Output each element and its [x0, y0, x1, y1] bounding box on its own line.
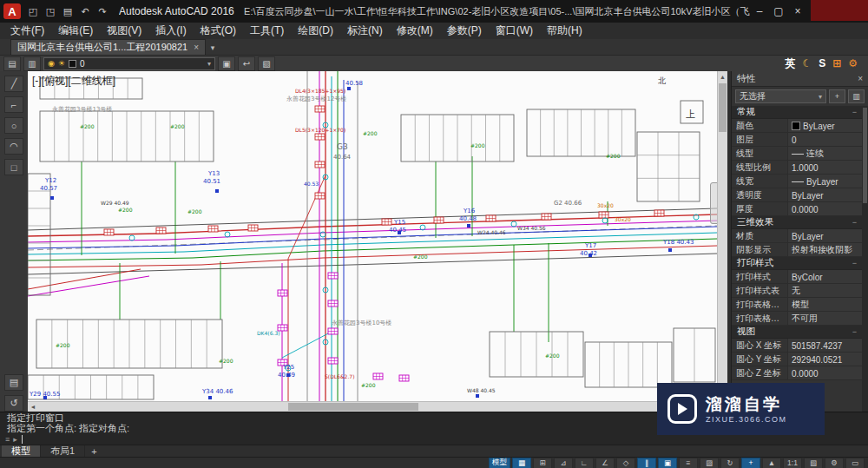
model-space-button[interactable]: 模型 [489, 458, 510, 468]
menu-item-11[interactable]: 窗口(W) [489, 23, 540, 39]
menu-item-9[interactable]: 修改(M) [390, 23, 440, 39]
minimize-button[interactable]: – [750, 3, 769, 20]
restore-button[interactable]: ▢ [769, 3, 788, 20]
property-section-header-2[interactable]: 三维效果− [732, 216, 862, 229]
model-tab[interactable]: 模型 [2, 445, 41, 457]
property-row[interactable]: 线宽ByLayer [732, 175, 862, 188]
ime-sogou-icon[interactable]: S [819, 57, 825, 69]
ime-toolbox-icon[interactable]: ⚙ [848, 57, 858, 69]
object-snap-icon[interactable]: ▣ [658, 458, 677, 468]
property-row[interactable]: 图层0 [732, 133, 862, 147]
scroll-up-icon[interactable]: ▲ [718, 71, 727, 82]
navigation-bar[interactable] [710, 182, 717, 224]
tab-close-icon[interactable]: × [194, 43, 199, 52]
clean-screen-icon[interactable]: ▭ [845, 458, 865, 468]
dynamic-input-icon[interactable]: + [741, 458, 760, 468]
property-row[interactable]: 颜色ByLayer [732, 119, 862, 133]
open-file-icon[interactable]: ◰ [25, 3, 41, 19]
polar-tracking-icon[interactable]: ∠ [595, 458, 615, 468]
ime-language-icon[interactable]: 英 [785, 56, 795, 71]
menu-item-3[interactable]: 视图(V) [100, 23, 148, 39]
menu-item-7[interactable]: 绘图(D) [291, 23, 340, 39]
property-section-header-4[interactable]: 视图− [732, 326, 862, 339]
layer-properties-manager-icon[interactable]: ▤ [3, 56, 21, 71]
layer-dropdown-arrow-icon[interactable]: ▾ [207, 60, 211, 68]
ortho-mode-icon[interactable]: ∟ [575, 458, 594, 468]
polyline-tool-icon[interactable]: ⌐ [4, 96, 23, 113]
toggle-pickadd-icon[interactable]: + [829, 89, 845, 103]
section-collapse-icon[interactable]: − [852, 218, 857, 227]
layer-isolate-icon[interactable]: ▧ [258, 56, 275, 71]
property-row[interactable]: 打印样式表无 [732, 284, 862, 298]
property-row[interactable]: 圆心 X 坐标501587.4237 [732, 339, 862, 353]
property-row[interactable]: 圆心 Z 坐标0.0000 [732, 366, 862, 380]
section-collapse-icon[interactable]: − [852, 108, 857, 116]
erase-tool-icon[interactable]: ↺ [4, 395, 23, 412]
property-row[interactable]: 打印表格附着到不可用 [732, 312, 862, 326]
section-collapse-icon[interactable]: − [852, 327, 857, 336]
tab-overflow-menu-icon[interactable]: ▾ [206, 40, 220, 55]
grid-display-icon[interactable]: ▦ [512, 458, 531, 468]
property-section-header-1[interactable]: 常规− [732, 106, 862, 119]
property-row[interactable]: 线型比例1.0000 [732, 161, 862, 175]
property-row[interactable]: 打印样式ByColor [732, 270, 862, 284]
annotation-scale-button[interactable]: 1:1 [783, 458, 802, 468]
isometric-drafting-icon[interactable]: ◇ [616, 458, 635, 468]
quick-select-icon[interactable]: ▥ [848, 89, 865, 103]
layer-previous-icon[interactable]: ↩ [238, 56, 255, 71]
isolate-objects-icon[interactable]: ▧ [804, 458, 823, 468]
transparency-icon[interactable]: ▨ [700, 458, 719, 468]
palette-scrollbar[interactable] [862, 106, 868, 412]
arc-tool-icon[interactable]: ◠ [4, 138, 23, 155]
new-layout-button[interactable]: + [85, 445, 102, 457]
menu-item-4[interactable]: 插入(I) [148, 23, 193, 39]
lineweight-icon[interactable]: ≡ [679, 458, 698, 468]
horizontal-scrollbar[interactable]: ◄ ► [28, 401, 717, 412]
save-file-icon[interactable]: ◳ [43, 3, 58, 19]
ime-keyboard-icon[interactable]: ⊞ [832, 57, 841, 69]
palette-close-icon[interactable]: × [858, 74, 863, 83]
redo-icon[interactable]: ↷ [95, 3, 110, 19]
command-customize-icon[interactable]: ≡ [5, 435, 10, 444]
menu-item-8[interactable]: 标注(N) [340, 23, 390, 39]
rectangle-tool-icon[interactable]: □ [4, 159, 23, 175]
undo-icon[interactable]: ↶ [77, 3, 93, 19]
property-row[interactable]: 透明度ByLayer [732, 188, 862, 202]
selection-dropdown[interactable]: 无选择 ▾ [735, 89, 826, 103]
property-row[interactable]: 厚度0.0000 [732, 202, 862, 216]
vertical-scroll-thumb[interactable] [719, 83, 727, 132]
properties-palette-header[interactable]: 特性 × [732, 71, 868, 87]
object-snap-tracking-icon[interactable]: ∥ [637, 458, 656, 468]
layer-dropdown[interactable]: ◉ ☀ 0 ▾ [43, 57, 215, 70]
property-row[interactable]: 阴影显示投射和接收阴影 [732, 243, 862, 257]
property-row[interactable]: 圆心 Y 坐标292940.0521 [732, 353, 862, 366]
recent-commands-icon[interactable]: ▸ [13, 435, 17, 444]
menu-item-5[interactable]: 格式(O) [194, 23, 243, 39]
line-tool-icon[interactable]: ╱ [4, 76, 23, 92]
drawing-canvas[interactable]: [-][俯视][二维线框] 永善花园3号楼13号楼永善花园3号楼12号楼永善花园… [28, 71, 717, 401]
plot-icon[interactable]: ▤ [60, 3, 76, 19]
menu-item-1[interactable]: 文件(F) [3, 23, 51, 39]
menu-item-12[interactable]: 帮助(H) [540, 23, 589, 39]
section-collapse-icon[interactable]: − [852, 259, 857, 267]
make-object-layer-current-icon[interactable]: ▣ [218, 56, 235, 71]
palette-scroll-thumb[interactable] [863, 108, 867, 203]
property-row[interactable]: 材质ByLayer [732, 229, 862, 243]
property-row[interactable]: 打印表格视图模型 [732, 298, 862, 312]
menu-item-10[interactable]: 参数(P) [440, 23, 489, 39]
property-row[interactable]: 线型连续 [732, 147, 862, 161]
hatch-tool-icon[interactable]: ▤ [4, 374, 23, 391]
annotation-visibility-icon[interactable]: ▲ [762, 458, 781, 468]
property-section-header-3[interactable]: 打印样式− [732, 257, 862, 270]
document-tab[interactable]: 国网北京丰台供电公司1...工程20190821 × [10, 39, 206, 55]
close-button[interactable]: × [788, 3, 807, 20]
workspace-switching-icon[interactable]: ⚙ [825, 458, 844, 468]
scroll-left-icon[interactable]: ◄ [28, 402, 38, 412]
menu-item-6[interactable]: 工具(T) [243, 23, 291, 39]
infer-constraints-icon[interactable]: ⊿ [554, 458, 573, 468]
horizontal-scroll-thumb[interactable] [288, 403, 418, 411]
ime-skin-icon[interactable]: ☾ [802, 57, 812, 69]
viewport-controls[interactable]: [-][俯视][二维线框] [32, 74, 115, 89]
autocad-logo-icon[interactable]: A [3, 3, 21, 19]
selection-cycling-icon[interactable]: ↻ [720, 458, 740, 468]
